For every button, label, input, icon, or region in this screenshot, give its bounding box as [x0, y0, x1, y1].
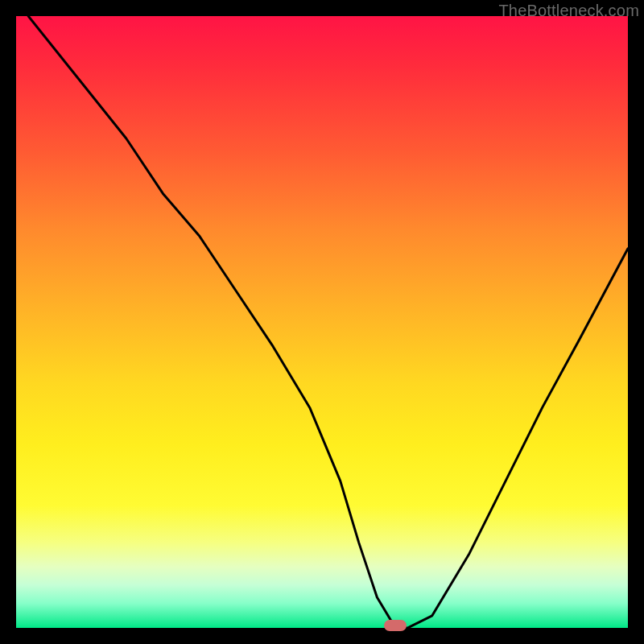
optimal-point-marker [384, 620, 407, 631]
chart-frame: TheBottleneck.com [0, 0, 644, 644]
plot-area [16, 16, 628, 628]
bottleneck-curve [16, 16, 628, 628]
